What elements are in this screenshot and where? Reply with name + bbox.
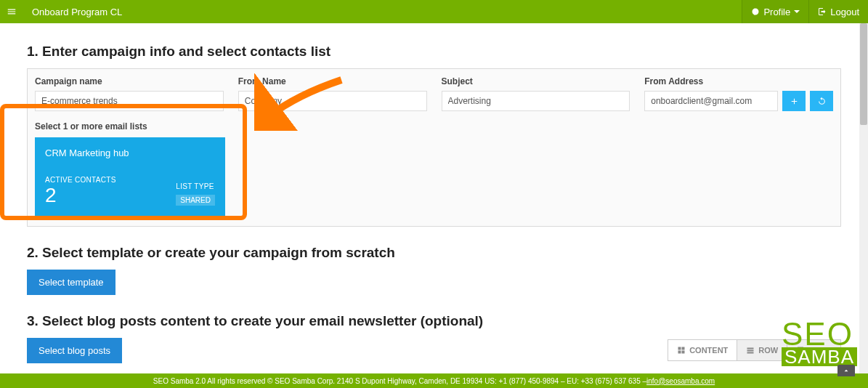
campaign-name-label: Campaign name (35, 76, 224, 86)
refresh-address-button[interactable] (810, 91, 833, 111)
section-3-heading: 3. Select blog posts content to create y… (27, 313, 841, 329)
app-title: Onboard Program CL (23, 7, 131, 17)
from-name-label: From Name (238, 76, 427, 86)
tab-row[interactable]: ROW (737, 340, 787, 360)
email-list-title: CRM Marketing hub (45, 147, 215, 158)
grid-icon (677, 346, 686, 355)
scroll-to-top-button[interactable] (837, 365, 855, 376)
section-2-heading: 2. Select template or create your campai… (27, 245, 841, 261)
campaign-name-input[interactable] (35, 91, 224, 111)
active-contacts-value: 2 (45, 185, 116, 206)
footer: SEO Samba 2.0 All rights reserved © SEO … (0, 373, 868, 388)
subject-label: Subject (442, 76, 630, 86)
topbar: Onboard Program CL Profile Logout (0, 0, 868, 23)
tab-content-label: CONTENT (689, 346, 728, 355)
rows-icon (746, 346, 755, 355)
tab-content[interactable]: CONTENT (668, 340, 737, 360)
add-address-button[interactable] (782, 91, 806, 111)
email-lists-label: Select 1 or more email lists (35, 121, 833, 132)
from-name-input[interactable] (238, 91, 427, 111)
profile-label: Profile (763, 7, 790, 17)
list-type-label: LIST TYPE (176, 182, 214, 190)
chevron-up-icon (842, 367, 851, 374)
profile-menu[interactable]: Profile (742, 0, 808, 23)
from-address-label: From Address (644, 76, 833, 86)
subject-input[interactable] (442, 91, 630, 111)
footer-text: SEO Samba 2.0 All rights reserved © SEO … (153, 377, 646, 385)
caret-down-icon (794, 10, 800, 13)
section-1-heading: 1. Enter campaign info and select contac… (27, 44, 841, 60)
brand-logo: SEO SAMBA (782, 320, 857, 366)
refresh-icon (817, 97, 827, 106)
footer-email-link[interactable]: info@seosamba.com (646, 377, 715, 385)
tab-row-label: ROW (758, 346, 778, 355)
active-contacts-label: ACTIVE CONTACTS (45, 176, 116, 184)
hamburger-menu-button[interactable] (0, 0, 23, 23)
email-list-card[interactable]: CRM Marketing hub ACTIVE CONTACTS 2 LIST… (35, 137, 225, 217)
list-type-badge: SHARED (176, 195, 215, 206)
logo-line2: SAMBA (782, 347, 857, 366)
select-blog-posts-button[interactable]: Select blog posts (27, 338, 122, 363)
vertical-scrollbar[interactable] (859, 23, 868, 373)
page-content: 1. Enter campaign info and select contac… (9, 23, 859, 376)
plus-icon (790, 97, 799, 106)
logo-line1: SEO (782, 320, 857, 347)
logout-label: Logout (830, 7, 859, 17)
logout-button[interactable]: Logout (808, 0, 868, 23)
select-template-button[interactable]: Select template (27, 270, 115, 295)
from-address-select[interactable]: onboardclient@gmail.com (644, 91, 778, 111)
scrollbar-thumb[interactable] (860, 23, 867, 125)
campaign-form-box: Campaign name From Name Subject From Add… (27, 68, 841, 227)
